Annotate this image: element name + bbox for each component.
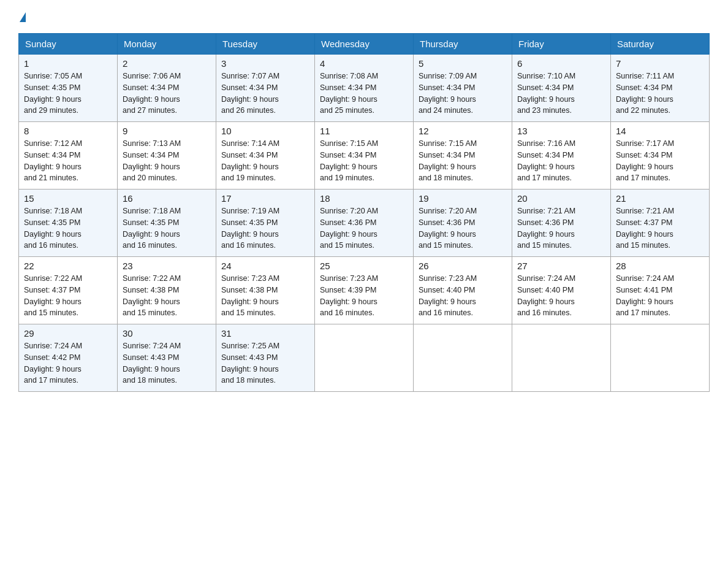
day-info: Sunrise: 7:06 AMSunset: 4:34 PMDaylight:… xyxy=(123,71,211,117)
day-number: 27 xyxy=(517,261,605,271)
day-number: 16 xyxy=(123,193,211,204)
calendar-day-17: 17 Sunrise: 7:19 AMSunset: 4:35 PMDaylig… xyxy=(216,190,315,257)
day-number: 20 xyxy=(517,193,605,204)
calendar-day-4: 4 Sunrise: 7:08 AMSunset: 4:34 PMDayligh… xyxy=(315,55,414,122)
calendar-day-19: 19 Sunrise: 7:20 AMSunset: 4:36 PMDaylig… xyxy=(414,190,512,257)
calendar-day-5: 5 Sunrise: 7:09 AMSunset: 4:34 PMDayligh… xyxy=(414,55,512,122)
day-info: Sunrise: 7:20 AMSunset: 4:36 PMDaylight:… xyxy=(419,205,507,251)
day-info: Sunrise: 7:09 AMSunset: 4:34 PMDaylight:… xyxy=(419,71,507,117)
day-info: Sunrise: 7:12 AMSunset: 4:34 PMDaylight:… xyxy=(24,138,112,184)
day-number: 9 xyxy=(123,126,211,136)
day-info: Sunrise: 7:25 AMSunset: 4:43 PMDaylight:… xyxy=(221,340,309,386)
day-info: Sunrise: 7:21 AMSunset: 4:36 PMDaylight:… xyxy=(517,205,605,251)
day-info: Sunrise: 7:23 AMSunset: 4:40 PMDaylight:… xyxy=(419,273,507,319)
calendar-day-6: 6 Sunrise: 7:10 AMSunset: 4:34 PMDayligh… xyxy=(512,55,611,122)
day-number: 11 xyxy=(320,126,408,136)
calendar-day-3: 3 Sunrise: 7:07 AMSunset: 4:34 PMDayligh… xyxy=(216,55,315,122)
day-info: Sunrise: 7:05 AMSunset: 4:35 PMDaylight:… xyxy=(24,71,112,117)
calendar-day-18: 18 Sunrise: 7:20 AMSunset: 4:36 PMDaylig… xyxy=(315,190,414,257)
day-info: Sunrise: 7:17 AMSunset: 4:34 PMDaylight:… xyxy=(616,138,704,184)
day-number: 7 xyxy=(616,58,704,69)
empty-cell xyxy=(414,324,512,392)
day-info: Sunrise: 7:15 AMSunset: 4:34 PMDaylight:… xyxy=(419,138,507,184)
day-info: Sunrise: 7:24 AMSunset: 4:42 PMDaylight:… xyxy=(24,340,112,386)
calendar-day-31: 31 Sunrise: 7:25 AMSunset: 4:43 PMDaylig… xyxy=(216,324,315,392)
day-number: 3 xyxy=(221,58,309,69)
calendar-day-14: 14 Sunrise: 7:17 AMSunset: 4:34 PMDaylig… xyxy=(611,122,710,190)
day-number: 1 xyxy=(24,58,112,69)
day-number: 15 xyxy=(24,193,112,204)
calendar-day-16: 16 Sunrise: 7:18 AMSunset: 4:35 PMDaylig… xyxy=(118,190,216,257)
day-number: 25 xyxy=(320,261,408,271)
day-number: 28 xyxy=(616,261,704,271)
col-header-sunday: Sunday xyxy=(19,34,118,55)
logo-triangle-icon xyxy=(20,12,26,22)
calendar-day-8: 8 Sunrise: 7:12 AMSunset: 4:34 PMDayligh… xyxy=(19,122,118,190)
calendar-day-28: 28 Sunrise: 7:24 AMSunset: 4:41 PMDaylig… xyxy=(611,257,710,324)
day-number: 29 xyxy=(24,328,112,339)
day-number: 14 xyxy=(616,126,704,136)
day-number: 6 xyxy=(517,58,605,69)
calendar-day-23: 23 Sunrise: 7:22 AMSunset: 4:38 PMDaylig… xyxy=(118,257,216,324)
day-number: 23 xyxy=(123,261,211,271)
empty-cell xyxy=(315,324,414,392)
calendar-day-15: 15 Sunrise: 7:18 AMSunset: 4:35 PMDaylig… xyxy=(19,190,118,257)
day-info: Sunrise: 7:24 AMSunset: 4:41 PMDaylight:… xyxy=(616,273,704,319)
day-number: 19 xyxy=(419,193,507,204)
day-number: 30 xyxy=(123,328,211,339)
calendar-day-21: 21 Sunrise: 7:21 AMSunset: 4:37 PMDaylig… xyxy=(611,190,710,257)
day-info: Sunrise: 7:22 AMSunset: 4:38 PMDaylight:… xyxy=(123,273,211,319)
day-number: 12 xyxy=(419,126,507,136)
empty-cell xyxy=(512,324,611,392)
calendar-day-13: 13 Sunrise: 7:16 AMSunset: 4:34 PMDaylig… xyxy=(512,122,611,190)
day-info: Sunrise: 7:23 AMSunset: 4:39 PMDaylight:… xyxy=(320,273,408,319)
day-number: 4 xyxy=(320,58,408,69)
calendar-day-29: 29 Sunrise: 7:24 AMSunset: 4:42 PMDaylig… xyxy=(19,324,118,392)
calendar-day-27: 27 Sunrise: 7:24 AMSunset: 4:40 PMDaylig… xyxy=(512,257,611,324)
day-number: 2 xyxy=(123,58,211,69)
day-info: Sunrise: 7:08 AMSunset: 4:34 PMDaylight:… xyxy=(320,71,408,117)
day-number: 18 xyxy=(320,193,408,204)
page-header xyxy=(18,12,710,23)
day-info: Sunrise: 7:21 AMSunset: 4:37 PMDaylight:… xyxy=(616,205,704,251)
day-info: Sunrise: 7:24 AMSunset: 4:40 PMDaylight:… xyxy=(517,273,605,319)
col-header-friday: Friday xyxy=(512,34,611,55)
day-number: 10 xyxy=(221,126,309,136)
col-header-saturday: Saturday xyxy=(611,34,710,55)
day-info: Sunrise: 7:10 AMSunset: 4:34 PMDaylight:… xyxy=(517,71,605,117)
calendar-day-30: 30 Sunrise: 7:24 AMSunset: 4:43 PMDaylig… xyxy=(118,324,216,392)
logo xyxy=(18,12,26,23)
day-info: Sunrise: 7:18 AMSunset: 4:35 PMDaylight:… xyxy=(123,205,211,251)
day-info: Sunrise: 7:11 AMSunset: 4:34 PMDaylight:… xyxy=(616,71,704,117)
calendar-table: SundayMondayTuesdayWednesdayThursdayFrid… xyxy=(18,33,710,392)
day-info: Sunrise: 7:16 AMSunset: 4:34 PMDaylight:… xyxy=(517,138,605,184)
calendar-day-10: 10 Sunrise: 7:14 AMSunset: 4:34 PMDaylig… xyxy=(216,122,315,190)
empty-cell xyxy=(611,324,710,392)
calendar-day-26: 26 Sunrise: 7:23 AMSunset: 4:40 PMDaylig… xyxy=(414,257,512,324)
day-number: 13 xyxy=(517,126,605,136)
day-info: Sunrise: 7:22 AMSunset: 4:37 PMDaylight:… xyxy=(24,273,112,319)
day-number: 5 xyxy=(419,58,507,69)
calendar-day-20: 20 Sunrise: 7:21 AMSunset: 4:36 PMDaylig… xyxy=(512,190,611,257)
calendar-day-22: 22 Sunrise: 7:22 AMSunset: 4:37 PMDaylig… xyxy=(19,257,118,324)
day-number: 17 xyxy=(221,193,309,204)
day-info: Sunrise: 7:15 AMSunset: 4:34 PMDaylight:… xyxy=(320,138,408,184)
day-info: Sunrise: 7:18 AMSunset: 4:35 PMDaylight:… xyxy=(24,205,112,251)
day-info: Sunrise: 7:24 AMSunset: 4:43 PMDaylight:… xyxy=(123,340,211,386)
calendar-day-9: 9 Sunrise: 7:13 AMSunset: 4:34 PMDayligh… xyxy=(118,122,216,190)
calendar-day-25: 25 Sunrise: 7:23 AMSunset: 4:39 PMDaylig… xyxy=(315,257,414,324)
calendar-day-11: 11 Sunrise: 7:15 AMSunset: 4:34 PMDaylig… xyxy=(315,122,414,190)
calendar-day-24: 24 Sunrise: 7:23 AMSunset: 4:38 PMDaylig… xyxy=(216,257,315,324)
day-info: Sunrise: 7:19 AMSunset: 4:35 PMDaylight:… xyxy=(221,205,309,251)
day-info: Sunrise: 7:20 AMSunset: 4:36 PMDaylight:… xyxy=(320,205,408,251)
day-number: 8 xyxy=(24,126,112,136)
day-info: Sunrise: 7:23 AMSunset: 4:38 PMDaylight:… xyxy=(221,273,309,319)
col-header-wednesday: Wednesday xyxy=(315,34,414,55)
day-number: 22 xyxy=(24,261,112,271)
day-number: 31 xyxy=(221,328,309,339)
calendar-day-2: 2 Sunrise: 7:06 AMSunset: 4:34 PMDayligh… xyxy=(118,55,216,122)
day-info: Sunrise: 7:13 AMSunset: 4:34 PMDaylight:… xyxy=(123,138,211,184)
col-header-thursday: Thursday xyxy=(414,34,512,55)
calendar-day-12: 12 Sunrise: 7:15 AMSunset: 4:34 PMDaylig… xyxy=(414,122,512,190)
col-header-tuesday: Tuesday xyxy=(216,34,315,55)
